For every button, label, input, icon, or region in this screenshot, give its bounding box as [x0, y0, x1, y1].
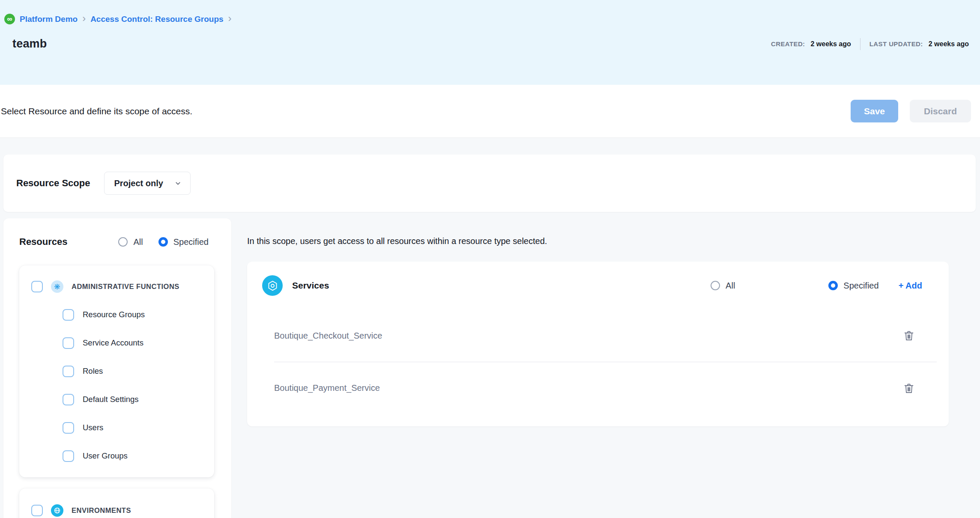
resources-title: Resources	[19, 236, 68, 247]
tree-group-label: ENVIRONMENTS	[72, 506, 131, 515]
services-radio-all-label: All	[726, 281, 735, 291]
radio-selected-icon[interactable]	[828, 281, 838, 290]
scope-detail-area: In this scope, users get access to all r…	[247, 218, 949, 426]
resource-scope-value: Project only	[114, 179, 163, 188]
radio-unselected-icon[interactable]	[711, 281, 720, 290]
tree-item-label: Users	[83, 423, 103, 432]
user-groups-checkbox[interactable]	[63, 450, 74, 462]
services-title: Services	[292, 280, 329, 291]
delete-service-button[interactable]	[902, 329, 915, 342]
services-radio-specified[interactable]: Specified	[828, 281, 878, 291]
resources-radio-specified-label: Specified	[173, 237, 209, 247]
content-row: Resources All Specified	[3, 218, 976, 518]
service-accounts-checkbox[interactable]	[63, 337, 74, 349]
delete-service-button[interactable]	[902, 382, 915, 395]
environments-group-card: ENVIRONMENTS	[19, 488, 214, 518]
resources-radio-all-label: All	[133, 237, 143, 247]
services-card-header: Services All Specified + Add	[247, 262, 949, 310]
service-name: Boutique_Payment_Service	[274, 383, 380, 393]
toolbar-description: Select Resource and define its scope of …	[1, 106, 192, 116]
breadcrumb: ∞ Platform Demo › Access Control: Resour…	[4, 14, 969, 24]
infinity-icon: ∞	[4, 14, 15, 24]
resources-radio-all[interactable]: All	[118, 237, 143, 247]
environments-checkbox[interactable]	[31, 505, 43, 516]
chevron-right-icon: ›	[228, 13, 232, 24]
chevron-down-icon	[174, 180, 182, 187]
trash-icon	[902, 382, 915, 395]
service-list-item: Boutique_Payment_Service	[274, 362, 937, 414]
toolbar-buttons: Save Discard	[851, 100, 971, 122]
tree-group-row: ADMINISTRATIVE FUNCTIONS	[19, 272, 214, 301]
add-service-button[interactable]: + Add	[899, 281, 922, 291]
resources-panel: Resources All Specified	[3, 218, 231, 518]
last-updated-value: 2 weeks ago	[929, 40, 969, 48]
tree-group-label: ADMINISTRATIVE FUNCTIONS	[72, 283, 179, 291]
resource-scope-label: Resource Scope	[16, 178, 90, 189]
tree-item: Default Settings	[19, 385, 214, 414]
services-radio-all[interactable]: All	[711, 281, 735, 291]
tree-item-label: Service Accounts	[83, 338, 143, 348]
users-checkbox[interactable]	[63, 422, 74, 434]
gear-icon	[51, 280, 63, 293]
discard-button[interactable]: Discard	[910, 100, 971, 122]
tree-item: Resource Groups	[19, 301, 214, 329]
admin-functions-group-card: ADMINISTRATIVE FUNCTIONS Resource Groups…	[19, 265, 214, 477]
resources-radio-group: All Specified	[118, 237, 212, 247]
resource-groups-checkbox[interactable]	[63, 309, 74, 321]
services-radio-group: All Specified + Add	[711, 281, 922, 291]
tree-item-label: Default Settings	[83, 395, 139, 404]
roles-checkbox[interactable]	[63, 366, 74, 377]
trash-icon	[902, 329, 915, 342]
created-label: CREATED:	[771, 40, 805, 48]
meta-info: CREATED: 2 weeks ago LAST UPDATED: 2 wee…	[771, 38, 969, 50]
admin-functions-checkbox[interactable]	[31, 281, 43, 292]
radio-selected-icon[interactable]	[158, 237, 168, 247]
page-title: teamb	[12, 37, 47, 51]
action-toolbar: Select Resource and define its scope of …	[0, 85, 980, 138]
access-control-page: ∞ Platform Demo › Access Control: Resour…	[0, 0, 980, 518]
scope-description: In this scope, users get access to all r…	[247, 218, 949, 246]
tree-group-row: ENVIRONMENTS	[19, 496, 214, 518]
tree-item-label: Resource Groups	[83, 310, 145, 319]
tree-item: User Groups	[19, 442, 214, 470]
tree-item: Service Accounts	[19, 329, 214, 357]
services-list: Boutique_Checkout_Service Boutique_Payme…	[247, 310, 949, 414]
breadcrumb-link-platform-demo[interactable]: Platform Demo	[20, 15, 78, 24]
page-header: ∞ Platform Demo › Access Control: Resour…	[0, 0, 980, 85]
service-name: Boutique_Checkout_Service	[274, 331, 382, 341]
created-value: 2 weeks ago	[811, 40, 851, 48]
save-button[interactable]: Save	[851, 100, 898, 122]
default-settings-checkbox[interactable]	[63, 394, 74, 405]
services-card: Services All Specified + Add	[247, 262, 949, 426]
services-radio-specified-label: Specified	[843, 281, 878, 291]
page-body: Resource Scope Project only Resources Al…	[0, 138, 980, 518]
tree-item-label: Roles	[83, 366, 103, 376]
tree-item-label: User Groups	[83, 451, 128, 461]
hexagon-nut-icon	[262, 275, 283, 296]
radio-unselected-icon[interactable]	[118, 237, 128, 247]
meta-divider	[860, 38, 860, 50]
chevron-right-icon: ›	[82, 13, 86, 24]
last-updated-label: LAST UPDATED:	[869, 40, 923, 48]
resource-scope-dropdown[interactable]: Project only	[104, 172, 191, 195]
tree-item: Roles	[19, 357, 214, 385]
globe-icon	[51, 504, 63, 517]
breadcrumb-link-resource-groups[interactable]: Access Control: Resource Groups	[90, 15, 223, 24]
resource-scope-card: Resource Scope Project only	[3, 155, 976, 212]
logo-glyph: ∞	[7, 15, 12, 23]
service-list-item: Boutique_Checkout_Service	[274, 310, 937, 362]
tree-item: Users	[19, 414, 214, 442]
resources-radio-specified[interactable]: Specified	[158, 237, 209, 247]
resources-panel-header: Resources All Specified	[3, 235, 231, 248]
